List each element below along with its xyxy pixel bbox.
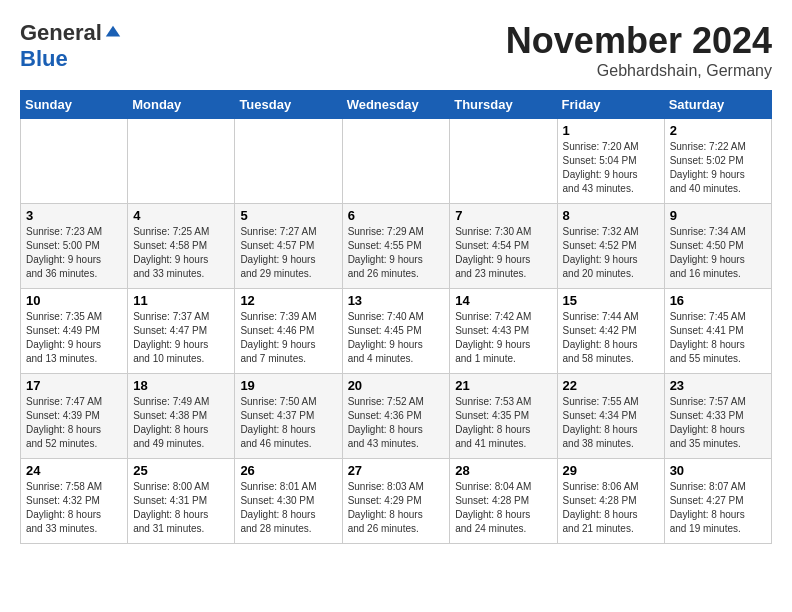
- day-info: Sunrise: 7:20 AM Sunset: 5:04 PM Dayligh…: [563, 140, 659, 196]
- day-number: 30: [670, 463, 766, 478]
- day-number: 14: [455, 293, 551, 308]
- week-row-5: 24Sunrise: 7:58 AM Sunset: 4:32 PM Dayli…: [21, 459, 772, 544]
- page-header: General Blue November 2024 Gebhardshain,…: [20, 20, 772, 80]
- week-row-4: 17Sunrise: 7:47 AM Sunset: 4:39 PM Dayli…: [21, 374, 772, 459]
- title-block: November 2024 Gebhardshain, Germany: [506, 20, 772, 80]
- day-cell: [235, 119, 342, 204]
- day-info: Sunrise: 7:40 AM Sunset: 4:45 PM Dayligh…: [348, 310, 445, 366]
- day-cell: 14Sunrise: 7:42 AM Sunset: 4:43 PM Dayli…: [450, 289, 557, 374]
- day-number: 21: [455, 378, 551, 393]
- day-cell: 19Sunrise: 7:50 AM Sunset: 4:37 PM Dayli…: [235, 374, 342, 459]
- day-cell: [450, 119, 557, 204]
- day-number: 8: [563, 208, 659, 223]
- day-info: Sunrise: 7:42 AM Sunset: 4:43 PM Dayligh…: [455, 310, 551, 366]
- day-cell: [342, 119, 450, 204]
- day-info: Sunrise: 7:45 AM Sunset: 4:41 PM Dayligh…: [670, 310, 766, 366]
- day-info: Sunrise: 7:52 AM Sunset: 4:36 PM Dayligh…: [348, 395, 445, 451]
- logo-general-text: General: [20, 20, 102, 46]
- day-info: Sunrise: 7:53 AM Sunset: 4:35 PM Dayligh…: [455, 395, 551, 451]
- day-number: 3: [26, 208, 122, 223]
- col-header-monday: Monday: [128, 91, 235, 119]
- day-number: 4: [133, 208, 229, 223]
- day-info: Sunrise: 7:37 AM Sunset: 4:47 PM Dayligh…: [133, 310, 229, 366]
- day-number: 28: [455, 463, 551, 478]
- day-info: Sunrise: 7:27 AM Sunset: 4:57 PM Dayligh…: [240, 225, 336, 281]
- day-cell: 17Sunrise: 7:47 AM Sunset: 4:39 PM Dayli…: [21, 374, 128, 459]
- day-number: 5: [240, 208, 336, 223]
- day-number: 29: [563, 463, 659, 478]
- col-header-sunday: Sunday: [21, 91, 128, 119]
- day-number: 18: [133, 378, 229, 393]
- day-cell: 10Sunrise: 7:35 AM Sunset: 4:49 PM Dayli…: [21, 289, 128, 374]
- header-row: SundayMondayTuesdayWednesdayThursdayFrid…: [21, 91, 772, 119]
- day-info: Sunrise: 7:35 AM Sunset: 4:49 PM Dayligh…: [26, 310, 122, 366]
- day-info: Sunrise: 7:49 AM Sunset: 4:38 PM Dayligh…: [133, 395, 229, 451]
- day-number: 2: [670, 123, 766, 138]
- logo-icon: [104, 24, 122, 42]
- day-cell: [21, 119, 128, 204]
- day-cell: 5Sunrise: 7:27 AM Sunset: 4:57 PM Daylig…: [235, 204, 342, 289]
- day-info: Sunrise: 7:23 AM Sunset: 5:00 PM Dayligh…: [26, 225, 122, 281]
- day-cell: 8Sunrise: 7:32 AM Sunset: 4:52 PM Daylig…: [557, 204, 664, 289]
- month-title: November 2024: [506, 20, 772, 62]
- day-cell: 28Sunrise: 8:04 AM Sunset: 4:28 PM Dayli…: [450, 459, 557, 544]
- day-info: Sunrise: 7:47 AM Sunset: 4:39 PM Dayligh…: [26, 395, 122, 451]
- day-number: 26: [240, 463, 336, 478]
- day-number: 7: [455, 208, 551, 223]
- logo: General Blue: [20, 20, 122, 72]
- day-cell: 21Sunrise: 7:53 AM Sunset: 4:35 PM Dayli…: [450, 374, 557, 459]
- svg-marker-0: [106, 26, 120, 37]
- day-info: Sunrise: 8:00 AM Sunset: 4:31 PM Dayligh…: [133, 480, 229, 536]
- day-cell: 20Sunrise: 7:52 AM Sunset: 4:36 PM Dayli…: [342, 374, 450, 459]
- day-info: Sunrise: 7:22 AM Sunset: 5:02 PM Dayligh…: [670, 140, 766, 196]
- week-row-1: 1Sunrise: 7:20 AM Sunset: 5:04 PM Daylig…: [21, 119, 772, 204]
- day-info: Sunrise: 7:39 AM Sunset: 4:46 PM Dayligh…: [240, 310, 336, 366]
- day-info: Sunrise: 8:03 AM Sunset: 4:29 PM Dayligh…: [348, 480, 445, 536]
- day-cell: 9Sunrise: 7:34 AM Sunset: 4:50 PM Daylig…: [664, 204, 771, 289]
- day-cell: 29Sunrise: 8:06 AM Sunset: 4:28 PM Dayli…: [557, 459, 664, 544]
- day-cell: 7Sunrise: 7:30 AM Sunset: 4:54 PM Daylig…: [450, 204, 557, 289]
- logo-blue-text: Blue: [20, 46, 68, 72]
- day-number: 24: [26, 463, 122, 478]
- day-cell: 30Sunrise: 8:07 AM Sunset: 4:27 PM Dayli…: [664, 459, 771, 544]
- day-number: 17: [26, 378, 122, 393]
- col-header-wednesday: Wednesday: [342, 91, 450, 119]
- day-cell: 11Sunrise: 7:37 AM Sunset: 4:47 PM Dayli…: [128, 289, 235, 374]
- day-cell: 6Sunrise: 7:29 AM Sunset: 4:55 PM Daylig…: [342, 204, 450, 289]
- day-info: Sunrise: 8:06 AM Sunset: 4:28 PM Dayligh…: [563, 480, 659, 536]
- day-number: 22: [563, 378, 659, 393]
- day-cell: 2Sunrise: 7:22 AM Sunset: 5:02 PM Daylig…: [664, 119, 771, 204]
- day-number: 19: [240, 378, 336, 393]
- day-number: 16: [670, 293, 766, 308]
- week-row-2: 3Sunrise: 7:23 AM Sunset: 5:00 PM Daylig…: [21, 204, 772, 289]
- day-cell: 4Sunrise: 7:25 AM Sunset: 4:58 PM Daylig…: [128, 204, 235, 289]
- day-info: Sunrise: 7:32 AM Sunset: 4:52 PM Dayligh…: [563, 225, 659, 281]
- day-cell: 23Sunrise: 7:57 AM Sunset: 4:33 PM Dayli…: [664, 374, 771, 459]
- day-cell: 25Sunrise: 8:00 AM Sunset: 4:31 PM Dayli…: [128, 459, 235, 544]
- day-cell: 12Sunrise: 7:39 AM Sunset: 4:46 PM Dayli…: [235, 289, 342, 374]
- day-cell: 1Sunrise: 7:20 AM Sunset: 5:04 PM Daylig…: [557, 119, 664, 204]
- day-number: 11: [133, 293, 229, 308]
- day-cell: 13Sunrise: 7:40 AM Sunset: 4:45 PM Dayli…: [342, 289, 450, 374]
- col-header-thursday: Thursday: [450, 91, 557, 119]
- day-info: Sunrise: 7:57 AM Sunset: 4:33 PM Dayligh…: [670, 395, 766, 451]
- day-number: 23: [670, 378, 766, 393]
- day-number: 6: [348, 208, 445, 223]
- day-info: Sunrise: 8:07 AM Sunset: 4:27 PM Dayligh…: [670, 480, 766, 536]
- day-number: 12: [240, 293, 336, 308]
- week-row-3: 10Sunrise: 7:35 AM Sunset: 4:49 PM Dayli…: [21, 289, 772, 374]
- day-cell: 18Sunrise: 7:49 AM Sunset: 4:38 PM Dayli…: [128, 374, 235, 459]
- day-number: 27: [348, 463, 445, 478]
- day-info: Sunrise: 7:55 AM Sunset: 4:34 PM Dayligh…: [563, 395, 659, 451]
- col-header-friday: Friday: [557, 91, 664, 119]
- day-number: 10: [26, 293, 122, 308]
- day-cell: 26Sunrise: 8:01 AM Sunset: 4:30 PM Dayli…: [235, 459, 342, 544]
- day-number: 9: [670, 208, 766, 223]
- day-info: Sunrise: 7:44 AM Sunset: 4:42 PM Dayligh…: [563, 310, 659, 366]
- day-cell: 22Sunrise: 7:55 AM Sunset: 4:34 PM Dayli…: [557, 374, 664, 459]
- day-number: 1: [563, 123, 659, 138]
- day-number: 20: [348, 378, 445, 393]
- day-cell: 24Sunrise: 7:58 AM Sunset: 4:32 PM Dayli…: [21, 459, 128, 544]
- day-cell: 15Sunrise: 7:44 AM Sunset: 4:42 PM Dayli…: [557, 289, 664, 374]
- day-cell: 27Sunrise: 8:03 AM Sunset: 4:29 PM Dayli…: [342, 459, 450, 544]
